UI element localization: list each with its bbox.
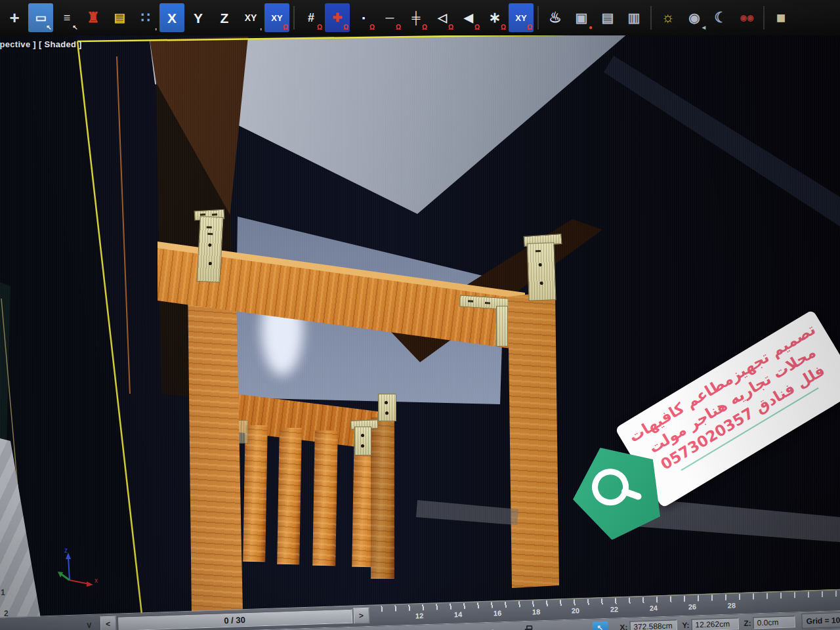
video-camera-button-glyph: ◉ — [688, 11, 700, 24]
x-label: X: — [620, 622, 627, 630]
grid-snap-toggle-sub-glyph: Ω — [317, 24, 322, 31]
ruler-number-16: 16 — [494, 609, 502, 617]
toolbar-separator — [650, 6, 652, 30]
grid-point-snap-toggle-sub-glyph: Ω — [343, 24, 348, 31]
select-object-tool-glyph: ▭ — [35, 12, 46, 24]
z-label: Z: — [744, 618, 751, 627]
render-iterative-button[interactable]: ☾ — [708, 3, 733, 32]
viewport-borders-overlay: z x — [0, 0, 840, 630]
ruler-number-22: 22 — [610, 605, 619, 613]
toolbar-separator — [293, 6, 295, 30]
snap-toggle-xy-2-button[interactable]: XYΩ — [509, 3, 534, 32]
material-editor-button[interactable]: ▣● — [569, 3, 594, 32]
endpoint-snap-toggle-sub-glyph: Ω — [396, 24, 401, 31]
scene-structure-tool-glyph: ♜ — [87, 10, 100, 25]
select-by-name-tool[interactable]: ≡↖ — [54, 3, 79, 32]
endpoint-snap-toggle-glyph: ─ — [386, 12, 394, 24]
select-by-name-tool-glyph: ≡ — [64, 12, 71, 24]
spinner-snap-toggle[interactable]: ∗Ω — [482, 3, 507, 32]
selection-dots-tool[interactable]: ∷, — [133, 3, 158, 32]
ruler-number-18: 18 — [532, 608, 541, 616]
material-editor-button-sub-glyph: ● — [589, 24, 593, 31]
restrict-x-button[interactable]: X — [159, 3, 184, 32]
monitor-photo: +▭↖≡↖♜▤∷,XYZXY,XYΩ#Ω✚Ω▪Ω─Ω╪Ω◁Ω◀Ω∗ΩXYΩ♨▣●… — [0, 0, 840, 630]
grid-size-readout: Grid = 10.0 — [801, 611, 840, 629]
vertex-snap-toggle-sub-glyph: Ω — [369, 24, 375, 31]
spinner-snap-toggle-sub-glyph: Ω — [501, 24, 506, 31]
render-setup-button-glyph: ▤ — [602, 11, 614, 24]
toolbar-separator — [537, 6, 539, 30]
midpoint-snap-toggle-glyph: ╪ — [412, 12, 421, 24]
next-frame-button[interactable]: > — [353, 608, 369, 624]
color-swatch[interactable]: ■ — [768, 3, 793, 32]
viewport-label[interactable]: spective ] [ Shaded ] — [0, 39, 82, 49]
magnifier-icon — [587, 465, 633, 510]
y-coordinate-field[interactable]: 12.262cm — [691, 618, 739, 630]
ruler-number-14: 14 — [454, 610, 463, 618]
color-swatch-glyph: ■ — [776, 10, 786, 26]
restrict-y-button[interactable]: Y — [186, 3, 211, 32]
svg-text:x: x — [94, 577, 98, 584]
y-label: Y: — [682, 620, 690, 629]
restrict-z-button[interactable]: Z — [212, 3, 237, 32]
restrict-z-button-glyph: Z — [220, 11, 229, 25]
add-tool[interactable]: + — [2, 3, 27, 32]
select-by-name-tool-sub-glyph: ↖ — [73, 24, 78, 31]
percent-snap-toggle-glyph: ◀ — [464, 12, 473, 24]
midpoint-snap-toggle[interactable]: ╪Ω — [404, 3, 429, 32]
ruler-number-26: 26 — [688, 602, 697, 610]
grid-snap-toggle[interactable]: #Ω — [299, 3, 324, 32]
add-tool-glyph: + — [9, 9, 19, 26]
vertex-snap-toggle-glyph: ▪ — [362, 14, 366, 22]
render-frame-window-button[interactable]: ▥ — [621, 3, 646, 32]
snap-toggle-xy-button-glyph: XY — [271, 14, 282, 22]
scene-structure-tool[interactable]: ♜ — [81, 3, 106, 32]
render-iterative-button-glyph: ☾ — [714, 10, 727, 25]
select-object-tool-sub-glyph: ↖ — [47, 24, 52, 31]
main-toolbar: +▭↖≡↖♜▤∷,XYZXY,XYΩ#Ω✚Ω▪Ω─Ω╪Ω◁Ω◀Ω∗ΩXYΩ♨▣●… — [0, 0, 840, 35]
x-coordinate-field[interactable]: 372.588cm — [629, 620, 677, 630]
svg-text:z: z — [64, 547, 68, 554]
light-lister-button[interactable]: ☼ — [656, 3, 681, 32]
orange-spline — [117, 56, 130, 394]
ruler-number-28: 28 — [728, 601, 736, 609]
snap-toggle-xy-2-button-sub-glyph: Ω — [527, 24, 532, 31]
viewport-border-left — [77, 41, 142, 614]
light-lister-button-glyph: ☼ — [662, 10, 675, 25]
select-object-tool[interactable]: ▭↖ — [28, 3, 53, 32]
grid-point-snap-toggle-glyph: ✚ — [332, 12, 342, 24]
render-teapot-icon-glyph: ♨ — [549, 10, 562, 25]
endpoint-snap-toggle[interactable]: ─Ω — [377, 3, 402, 32]
snap-toggle-xy-button[interactable]: XYΩ — [264, 3, 289, 32]
video-camera-button[interactable]: ◉◂ — [682, 3, 707, 32]
wedge-number-1: 1 — [1, 588, 5, 597]
time-slider-handle[interactable]: 0 / 30 — [117, 609, 352, 630]
ruler-number-24: 24 — [650, 604, 658, 612]
render-teapot-icon[interactable]: ♨ — [543, 3, 568, 32]
snap-toggle-xy-2-button-glyph: XY — [515, 14, 526, 22]
snap-toggle-xy-button-sub-glyph: Ω — [283, 24, 288, 31]
axis-tripod: z x — [58, 547, 98, 587]
render-production-button[interactable]: ◉◉ — [734, 3, 759, 32]
vertex-snap-toggle[interactable]: ▪Ω — [351, 3, 376, 32]
toolbar-separator — [763, 6, 765, 30]
percent-snap-toggle-sub-glyph: Ω — [474, 24, 480, 31]
video-camera-button-sub-glyph: ◂ — [702, 24, 705, 31]
restrict-xy-plane-button[interactable]: XY, — [238, 3, 263, 32]
previous-frame-button[interactable]: < — [100, 616, 116, 630]
restrict-x-button-glyph: X — [167, 11, 177, 25]
z-coordinate-field[interactable]: 0.0cm — [753, 616, 795, 629]
ruler-number-12: 12 — [415, 612, 424, 620]
measure-ruler-tool[interactable]: ▤ — [107, 3, 132, 32]
toolbar-icon-strip: +▭↖≡↖♜▤∷,XYZXY,XYΩ#Ω✚Ω▪Ω─Ω╪Ω◁Ω◀Ω∗ΩXYΩ♨▣●… — [1, 3, 794, 32]
material-editor-button-glyph: ▣ — [576, 11, 588, 24]
render-frame-window-button-glyph: ▥ — [628, 11, 640, 24]
angle-snap-toggle[interactable]: ◁Ω — [430, 3, 455, 32]
render-production-button-glyph: ◉◉ — [740, 14, 754, 22]
render-setup-button[interactable]: ▤ — [595, 3, 620, 32]
transform-typein-icon[interactable]: ↖ — [592, 621, 608, 630]
percent-snap-toggle[interactable]: ◀Ω — [456, 3, 481, 32]
grid-point-snap-toggle[interactable]: ✚Ω — [325, 3, 350, 32]
mini-curve-chevron-icon[interactable]: ∨ — [86, 620, 93, 629]
angle-snap-toggle-sub-glyph: Ω — [448, 24, 453, 31]
